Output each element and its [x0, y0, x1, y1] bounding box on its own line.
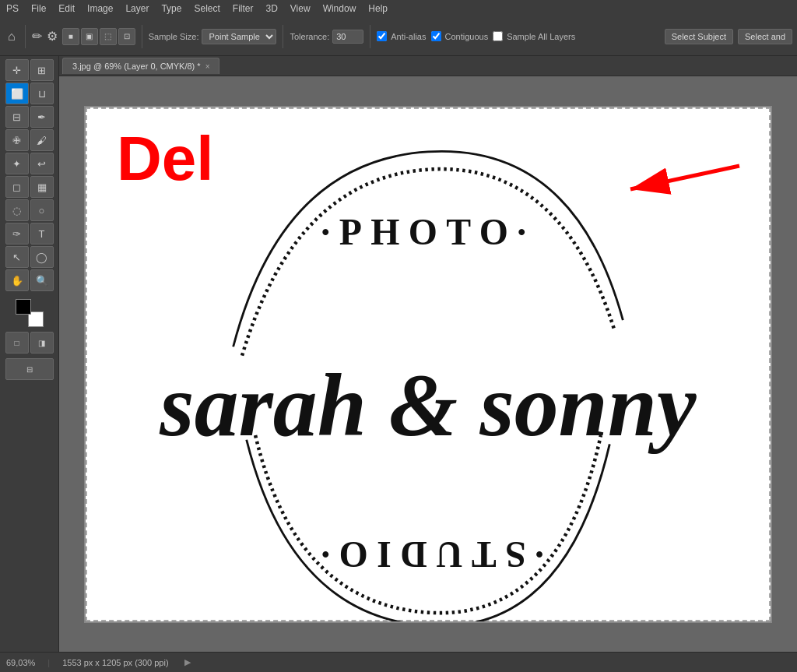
move-tool[interactable]: ✛ [5, 59, 29, 81]
canvas-content: Del [86, 107, 771, 621]
document-dimensions: 1553 px x 1205 px (300 ppi) [62, 658, 168, 667]
eyedropper-tool[interactable]: ✒ [30, 106, 54, 128]
tolerance-input[interactable] [332, 30, 363, 44]
del-annotation: Del [117, 123, 214, 195]
rectangular-select[interactable]: ⬜ [5, 83, 29, 104]
svg-text:·STUDIO·: ·STUDIO· [312, 533, 544, 575]
toolbar-divider-2 [142, 25, 142, 48]
document-tab[interactable]: 3.jpg @ 69% (Layer 0, CMYK/8) * × [62, 58, 219, 74]
menu-ps[interactable]: PS [0, 2, 25, 16]
tool-row-4: ✙ 🖌 [5, 129, 54, 151]
toolbar-divider-1 [25, 25, 26, 48]
gradient-tool[interactable]: ▦ [30, 176, 54, 198]
menu-3d[interactable]: 3D [259, 2, 283, 16]
options-toolbar: ⌂ ✏ ⚙ ■ ▣ ⬚ ⊡ Sample Size: Point Sample … [0, 17, 797, 56]
menu-type[interactable]: Type [155, 2, 188, 16]
path-select[interactable]: ↖ [5, 246, 29, 268]
eraser-tool[interactable]: ◻ [5, 176, 29, 198]
lasso-tool[interactable]: ⊔ [30, 83, 54, 104]
menu-layer[interactable]: Layer [119, 2, 155, 16]
sample-all-layers-checkbox[interactable] [493, 31, 503, 41]
healing-brush[interactable]: ✙ [5, 129, 29, 151]
contiguous-checkbox-label[interactable]: Contiguous [431, 31, 489, 41]
tool-row-5: ✦ ↩ [5, 153, 54, 174]
home-button[interactable]: ⌂ [5, 26, 19, 47]
zoom-level: 69,03% [6, 658, 35, 667]
nav-arrow[interactable]: ▶ [184, 657, 191, 667]
menu-image[interactable]: Image [81, 2, 119, 16]
menu-help[interactable]: Help [362, 2, 394, 16]
tool-row-2: ⬜ ⊔ [5, 83, 54, 104]
hand-tool[interactable]: ✋ [5, 269, 29, 291]
history-brush[interactable]: ↩ [30, 153, 54, 174]
quick-mask-mode[interactable]: ◨ [30, 332, 54, 354]
menu-edit[interactable]: Edit [52, 2, 81, 16]
tool-row-1: ✛ ⊞ [5, 59, 54, 81]
standard-mode[interactable]: □ [5, 332, 29, 354]
color-swatches[interactable] [16, 299, 44, 327]
menu-file[interactable]: File [25, 2, 52, 16]
mode-btn-1[interactable]: ■ [62, 28, 79, 45]
tool-row-8: ✑ T [5, 223, 54, 245]
menu-select[interactable]: Select [188, 2, 226, 16]
menu-window[interactable]: Window [317, 2, 363, 16]
menu-filter[interactable]: Filter [226, 2, 260, 16]
tool-row-7: ◌ ○ [5, 199, 54, 221]
tool-row-3: ⊟ ✒ [5, 106, 54, 128]
eyedropper-icon[interactable]: ✏ [32, 29, 42, 44]
menu-bar: PS File Edit Image Layer Type Select Fil… [0, 0, 797, 17]
sample-all-layers-label: Sample All Layers [507, 32, 575, 41]
select-subject-button[interactable]: Select Subject [665, 29, 733, 44]
tool-row-6: ◻ ▦ [5, 176, 54, 198]
foreground-color-swatch[interactable] [16, 299, 31, 315]
mode-btn-3[interactable]: ⬚ [100, 28, 117, 45]
menu-view[interactable]: View [284, 2, 317, 16]
tab-bar: 3.jpg @ 69% (Layer 0, CMYK/8) * × [59, 56, 797, 76]
canvas-wrapper: Del [59, 76, 797, 652]
tool-options-icon[interactable]: ⚙ [47, 29, 58, 44]
mode-btn-4[interactable]: ⊡ [118, 28, 135, 45]
pen-tool[interactable]: ✑ [5, 223, 29, 245]
select-and-button[interactable]: Select and [738, 29, 792, 44]
tab-close-button[interactable]: × [205, 62, 210, 71]
crop-tool[interactable]: ⊟ [5, 106, 29, 128]
text-tool[interactable]: T [30, 223, 54, 245]
sample-size-label: Sample Size: [149, 32, 199, 41]
artboard-tool[interactable]: ⊞ [30, 59, 54, 81]
tolerance-label: Tolerance: [290, 32, 329, 41]
sample-size-select[interactable]: Point Sample [202, 29, 276, 44]
zoom-tool[interactable]: 🔍 [30, 269, 54, 291]
screen-mode-buttons: ⊟ [5, 358, 54, 380]
anti-alias-checkbox[interactable] [377, 31, 387, 41]
quick-mask-buttons: □ ◨ [5, 332, 54, 354]
contiguous-checkbox[interactable] [431, 31, 441, 41]
sample-all-layers-checkbox-label[interactable]: Sample All Layers [493, 31, 575, 41]
tool-row-9: ↖ ◯ [5, 246, 54, 268]
tool-row-10: ✋ 🔍 [5, 269, 54, 291]
shape-tool[interactable]: ◯ [30, 246, 54, 268]
brush-tool[interactable]: 🖌 [30, 129, 54, 151]
anti-alias-checkbox-label[interactable]: Anti-alias [377, 31, 426, 41]
toolbar-divider-4 [370, 25, 370, 48]
contiguous-label: Contiguous [445, 32, 489, 41]
canvas[interactable]: Del [86, 107, 771, 621]
main-area: ✛ ⊞ ⬜ ⊔ ⊟ ✒ ✙ 🖌 ✦ ↩ ◻ ▦ ◌ ○ ✑ T [0, 56, 797, 652]
screen-mode-btn[interactable]: ⊟ [5, 358, 54, 380]
canvas-area: 3.jpg @ 69% (Layer 0, CMYK/8) * × Del [59, 56, 797, 652]
mode-btn-2[interactable]: ▣ [81, 28, 98, 45]
brush-mode-buttons: ■ ▣ ⬚ ⊡ [62, 28, 135, 45]
tolerance-section: Tolerance: [290, 30, 363, 44]
tab-title: 3.jpg @ 69% (Layer 0, CMYK/8) * [72, 62, 201, 71]
anti-alias-label: Anti-alias [391, 32, 426, 41]
svg-text:sarah & sonny: sarah & sonny [159, 357, 697, 455]
left-toolbar: ✛ ⊞ ⬜ ⊔ ⊟ ✒ ✙ 🖌 ✦ ↩ ◻ ▦ ◌ ○ ✑ T [0, 56, 59, 652]
sample-size-section: Sample Size: Point Sample [149, 29, 277, 44]
toolbar-divider-3 [283, 25, 283, 48]
svg-text:·PHOTO·: ·PHOTO· [321, 211, 535, 252]
dodge-tool[interactable]: ○ [30, 199, 54, 221]
svg-line-1 [630, 166, 739, 189]
red-arrow-annotation [615, 154, 755, 204]
status-bar: 69,03% | 1553 px x 1205 px (300 ppi) ▶ [0, 652, 797, 672]
clone-stamp[interactable]: ✦ [5, 153, 29, 174]
blur-tool[interactable]: ◌ [5, 199, 29, 221]
